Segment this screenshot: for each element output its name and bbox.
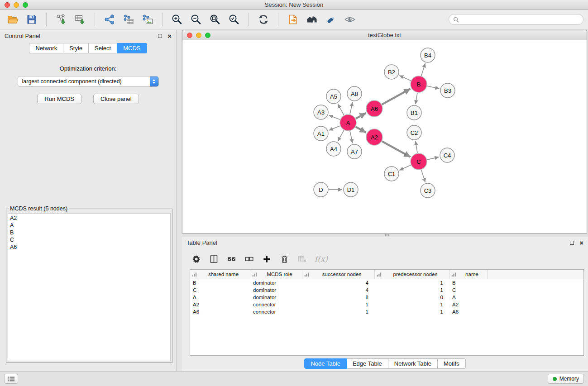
node-A8[interactable]: A8: [347, 86, 362, 101]
column-header-predecessor-nodes[interactable]: predecessor nodes: [375, 270, 449, 279]
search-field[interactable]: [449, 14, 583, 25]
mcds-result-item[interactable]: B: [10, 229, 168, 236]
new-network-table-button[interactable]: [120, 12, 137, 27]
node-C[interactable]: C: [411, 153, 427, 170]
save-session-button[interactable]: [24, 12, 40, 27]
zoom-out-button[interactable]: [188, 12, 204, 27]
deselect-all-button[interactable]: [243, 253, 255, 265]
edge-A-A2[interactable]: [356, 127, 366, 133]
node-B4[interactable]: B4: [421, 48, 435, 62]
node-A2[interactable]: A2: [366, 129, 382, 145]
zoom-in-button[interactable]: [169, 12, 185, 27]
node-C3[interactable]: C3: [421, 183, 435, 198]
tab-select[interactable]: Select: [89, 43, 117, 53]
tab-node-table[interactable]: Node Table: [304, 358, 347, 369]
close-network-window-button[interactable]: [187, 33, 192, 38]
table-row[interactable]: Bdominator41B: [190, 279, 583, 286]
minimize-network-window-button[interactable]: [196, 33, 201, 38]
tab-network-table[interactable]: Network Table: [388, 358, 438, 369]
delete-column-button[interactable]: [278, 253, 290, 265]
table-row[interactable]: Adominator80A: [190, 294, 583, 301]
mcds-result-item[interactable]: A6: [10, 243, 168, 251]
zoom-network-window-button[interactable]: [205, 33, 210, 38]
edge-B-B3[interactable]: [427, 86, 440, 89]
edge-C-C1[interactable]: [399, 165, 411, 170]
float-panel-icon[interactable]: [158, 34, 162, 38]
close-window-button[interactable]: [5, 2, 10, 8]
zoom-fit-button[interactable]: [207, 12, 223, 27]
node-A[interactable]: A: [340, 114, 356, 131]
node-B2[interactable]: B2: [384, 65, 399, 79]
node-A6[interactable]: A6: [366, 100, 382, 117]
node-C1[interactable]: C1: [384, 167, 399, 181]
new-column-button[interactable]: [261, 253, 272, 265]
fullscreen-window-button[interactable]: [23, 2, 28, 8]
open-session-button[interactable]: [5, 12, 21, 27]
minimize-window-button[interactable]: [14, 2, 19, 8]
node-C4[interactable]: C4: [440, 148, 454, 162]
tab-mcds[interactable]: MCDS: [117, 43, 147, 53]
network-graph[interactable]: AA6A2BCA5A8A3A1A4A7B2B4B3B1C2C4C1C3DD1: [182, 40, 587, 233]
column-header-successor-nodes[interactable]: successor nodes: [302, 270, 375, 279]
node-A4[interactable]: A4: [326, 142, 341, 156]
close-table-panel-icon[interactable]: ×: [579, 239, 583, 246]
mcds-result-item[interactable]: C: [10, 236, 168, 243]
home-button[interactable]: [304, 12, 320, 27]
table-row[interactable]: Cdominator41C: [190, 286, 583, 294]
select-all-button[interactable]: [225, 253, 237, 265]
node-A1[interactable]: A1: [314, 126, 328, 141]
criterion-dropdown[interactable]: largest connected component (directed): [18, 76, 159, 87]
node-A5[interactable]: A5: [326, 89, 341, 104]
splitter-grip[interactable]: [385, 234, 389, 236]
edge-A-A8[interactable]: [350, 102, 353, 114]
edge-A6-B[interactable]: [382, 89, 411, 105]
node-C2[interactable]: C2: [407, 125, 421, 140]
edge-C-C3[interactable]: [421, 170, 425, 182]
tab-style[interactable]: Style: [63, 43, 89, 53]
tab-edge-table[interactable]: Edge Table: [347, 358, 388, 369]
close-panel-button[interactable]: Close panel: [93, 94, 139, 104]
new-network-button[interactable]: [101, 12, 118, 27]
memory-button[interactable]: Memory: [548, 374, 584, 384]
edge-A-A6[interactable]: [356, 113, 366, 119]
column-header-mcds-role[interactable]: MCDS role: [250, 270, 302, 279]
edge-A-A4[interactable]: [338, 130, 344, 142]
node-B[interactable]: B: [411, 76, 427, 92]
open-document-button[interactable]: [285, 12, 301, 27]
node-B1[interactable]: B1: [407, 105, 421, 120]
edge-A-A1[interactable]: [329, 126, 340, 130]
close-panel-icon[interactable]: ×: [167, 33, 172, 39]
run-mcds-button[interactable]: Run MCDS: [37, 94, 81, 104]
search-input[interactable]: [461, 16, 579, 23]
edge-B-B4[interactable]: [421, 63, 425, 76]
mcds-result-item[interactable]: A: [10, 222, 168, 229]
node-D1[interactable]: D1: [344, 182, 358, 197]
delete-table-button[interactable]: [296, 253, 308, 265]
show-graphics-details-button[interactable]: [342, 12, 358, 27]
node-A7[interactable]: A7: [347, 144, 362, 159]
edge-B-B2[interactable]: [399, 76, 411, 81]
node-B3[interactable]: B3: [440, 83, 455, 98]
annotation-marker-button[interactable]: [323, 12, 339, 27]
mcds-result-item[interactable]: A2: [10, 214, 168, 222]
function-builder-button[interactable]: f(x): [314, 254, 329, 263]
tab-motifs[interactable]: Motifs: [438, 358, 466, 369]
table-row[interactable]: A6connector11A6: [190, 308, 583, 315]
edge-B-B1[interactable]: [416, 93, 417, 104]
column-header-name[interactable]: name: [449, 270, 488, 279]
export-network-image-button[interactable]: [139, 12, 156, 27]
network-canvas[interactable]: AA6A2BCA5A8A3A1A4A7B2B4B3B1C2C4C1C3DD1: [182, 40, 587, 233]
edge-A-A7[interactable]: [350, 131, 353, 143]
import-table-file-button[interactable]: [72, 12, 88, 27]
edge-A2-C[interactable]: [382, 141, 411, 157]
column-chooser-button[interactable]: [208, 253, 220, 265]
edge-C-C2[interactable]: [416, 141, 417, 153]
horizontal-splitter[interactable]: [182, 234, 588, 237]
column-header-shared-name[interactable]: shared name: [190, 270, 250, 279]
table-settings-button[interactable]: [190, 253, 202, 265]
import-network-file-button[interactable]: [53, 12, 69, 27]
table-row[interactable]: A2connector11A2: [190, 301, 583, 308]
tab-network[interactable]: Network: [29, 43, 63, 53]
mcds-result-list[interactable]: A2ABCA6: [8, 213, 171, 361]
vertical-splitter[interactable]: [177, 30, 182, 371]
